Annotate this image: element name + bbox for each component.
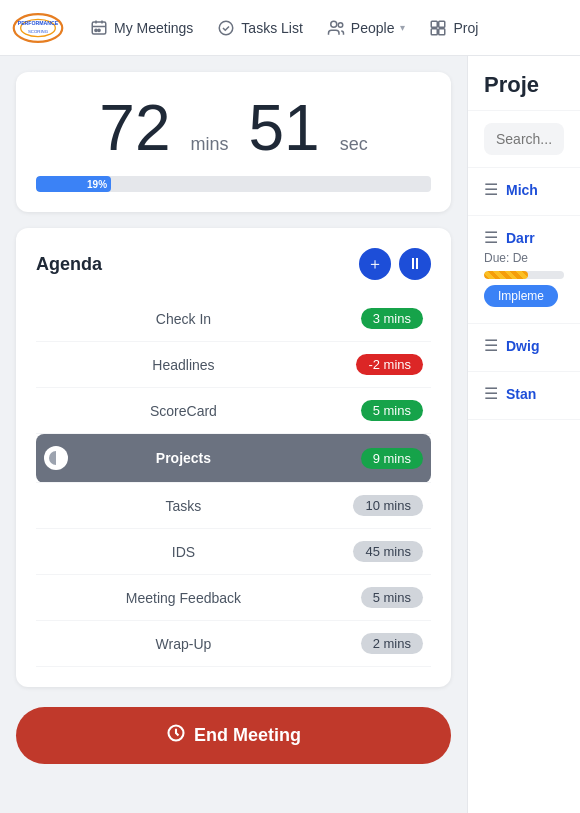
agenda-title: Agenda <box>36 254 102 275</box>
right-item-name: Dwig <box>506 338 539 354</box>
nav-label-people: People <box>351 20 395 36</box>
agenda-icon-cell <box>36 529 76 575</box>
svg-rect-12 <box>432 28 438 34</box>
time-badge: 5 mins <box>361 587 423 608</box>
svg-text:SCORING: SCORING <box>28 29 49 34</box>
svg-rect-13 <box>439 28 445 34</box>
search-input[interactable] <box>484 123 564 155</box>
agenda-item-time: 2 mins <box>291 621 431 667</box>
progress-label: 19% <box>87 179 107 190</box>
timer-mins-label: mins <box>190 134 228 155</box>
hamburger-icon: ☰ <box>484 228 498 247</box>
nav-item-people[interactable]: People ▾ <box>317 13 416 43</box>
timer-secs-label: sec <box>340 134 368 155</box>
hamburger-icon: ☰ <box>484 384 498 403</box>
svg-text:PERFORMANCE: PERFORMANCE <box>18 20 59 26</box>
svg-point-8 <box>331 21 337 27</box>
agenda-icon-cell <box>36 342 76 388</box>
table-row[interactable]: Headlines -2 mins <box>36 342 431 388</box>
right-panel-search <box>468 111 580 168</box>
svg-point-5 <box>95 29 97 31</box>
time-badge: 45 mins <box>353 541 423 562</box>
add-agenda-item-button[interactable]: ＋ <box>359 248 391 280</box>
time-badge: 5 mins <box>361 400 423 421</box>
time-badge: 9 mins <box>361 448 423 469</box>
svg-point-7 <box>220 21 234 35</box>
right-item-name: Mich <box>506 182 538 198</box>
time-badge: 2 mins <box>361 633 423 654</box>
end-meeting-button[interactable]: End Meeting <box>16 707 451 764</box>
right-panel: Proje ☰ Mich ☰ Darr Due: De <box>467 56 580 813</box>
time-badge: 3 mins <box>361 308 423 329</box>
agenda-icon-cell <box>36 621 76 667</box>
logo-icon: PERFORMANCE SCORING <box>12 10 64 46</box>
agenda-item-time: 5 mins <box>291 575 431 621</box>
agenda-card: Agenda ＋ ⏸ Check In <box>16 228 451 687</box>
agenda-icon-cell <box>36 483 76 529</box>
timer-card: 72 mins 51 sec 19% <box>16 72 451 212</box>
agenda-item-name: IDS <box>76 529 291 575</box>
list-item[interactable]: ☰ Stan <box>468 372 580 420</box>
right-item-tag: Impleme <box>484 285 564 311</box>
progress-bar-container: 19% <box>36 176 431 192</box>
right-panel-title: Proje <box>468 56 580 111</box>
table-row[interactable]: Meeting Feedback 5 mins <box>36 575 431 621</box>
agenda-item-name: Wrap-Up <box>76 621 291 667</box>
table-row[interactable]: ScoreCard 5 mins <box>36 388 431 434</box>
agenda-item-time: 10 mins <box>291 483 431 529</box>
table-row[interactable]: Wrap-Up 2 mins <box>36 621 431 667</box>
agenda-item-time: 9 mins <box>291 434 431 483</box>
list-item[interactable]: ☰ Darr Due: De Impleme <box>468 216 580 324</box>
svg-rect-11 <box>439 21 445 27</box>
nav-item-tasks-list[interactable]: Tasks List <box>207 13 312 43</box>
agenda-icon-cell <box>36 388 76 434</box>
right-item-header: ☰ Darr <box>484 228 564 247</box>
progress-bar-fill: 19% <box>36 176 111 192</box>
right-item-name: Darr <box>506 230 535 246</box>
nav-label-tasks-list: Tasks List <box>241 20 302 36</box>
nav-label-my-meetings: My Meetings <box>114 20 193 36</box>
table-row[interactable]: IDS 45 mins <box>36 529 431 575</box>
timer-seconds: 51 <box>249 96 320 160</box>
timer-minutes: 72 <box>99 96 170 160</box>
split-left <box>49 451 56 465</box>
right-item-name: Stan <box>506 386 536 402</box>
agenda-item-name: ScoreCard <box>76 388 291 434</box>
agenda-item-time: -2 mins <box>291 342 431 388</box>
split-circle-icon <box>44 446 68 470</box>
plus-icon: ＋ <box>367 254 383 275</box>
nav-item-proj[interactable]: Proj <box>419 13 488 43</box>
agenda-item-time: 45 mins <box>291 529 431 575</box>
table-row[interactable]: Check In 3 mins <box>36 296 431 342</box>
agenda-item-name: Meeting Feedback <box>76 575 291 621</box>
right-panel-title-text: Proje <box>484 72 539 97</box>
nav-label-proj: Proj <box>453 20 478 36</box>
hamburger-icon: ☰ <box>484 336 498 355</box>
clock-icon <box>166 723 186 748</box>
right-items-list: ☰ Mich ☰ Darr Due: De Impleme <box>468 168 580 813</box>
people-icon <box>327 19 345 37</box>
svg-point-6 <box>98 29 100 31</box>
meetings-icon <box>90 19 108 37</box>
right-item-progress-bar <box>484 271 564 279</box>
table-row[interactable]: Tasks 10 mins <box>36 483 431 529</box>
navbar: PERFORMANCE SCORING My Meetings Tasks Li… <box>0 0 580 56</box>
table-row[interactable]: Projects 9 mins <box>36 434 431 483</box>
agenda-item-name-active: Projects <box>76 434 291 483</box>
list-item[interactable]: ☰ Dwig <box>468 324 580 372</box>
nav-item-my-meetings[interactable]: My Meetings <box>80 13 203 43</box>
svg-rect-4 <box>92 22 106 34</box>
pause-icon: ⏸ <box>407 255 423 273</box>
right-item-tag-label: Impleme <box>484 285 558 307</box>
proj-icon <box>429 19 447 37</box>
svg-rect-10 <box>432 21 438 27</box>
agenda-table: Check In 3 mins Headlines -2 mins <box>36 296 431 667</box>
agenda-controls: ＋ ⏸ <box>359 248 431 280</box>
pause-agenda-button[interactable]: ⏸ <box>399 248 431 280</box>
chevron-down-icon: ▾ <box>400 22 405 33</box>
list-item[interactable]: ☰ Mich <box>468 168 580 216</box>
agenda-icon-cell <box>36 434 76 483</box>
nav-items: My Meetings Tasks List People ▾ <box>80 13 568 43</box>
agenda-header: Agenda ＋ ⏸ <box>36 248 431 280</box>
split-icon-inner <box>49 451 63 465</box>
